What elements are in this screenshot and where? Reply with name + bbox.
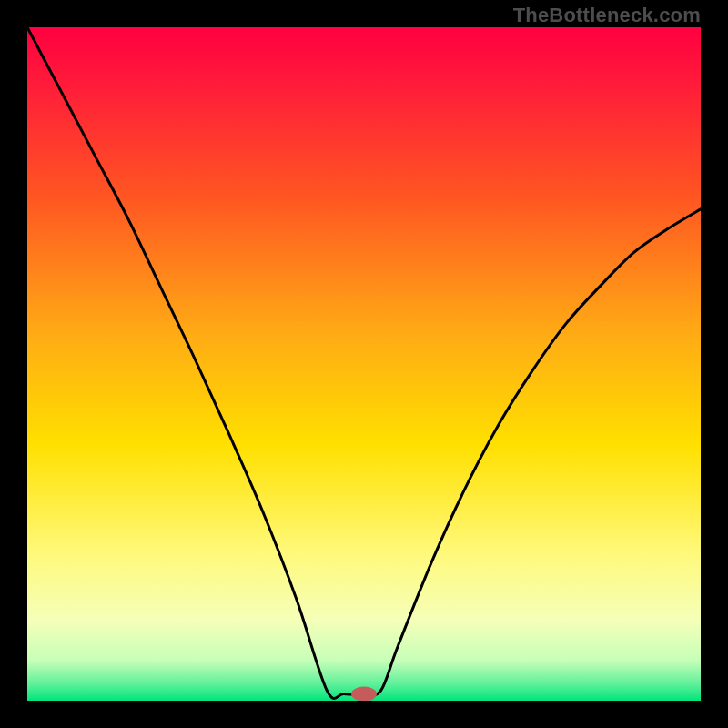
plot-area <box>27 27 701 701</box>
chart-frame: TheBottleneck.com <box>0 0 728 728</box>
gradient-background <box>27 27 701 701</box>
watermark-text: TheBottleneck.com <box>513 4 701 27</box>
plot-svg <box>27 27 701 701</box>
optimum-marker <box>351 687 377 701</box>
